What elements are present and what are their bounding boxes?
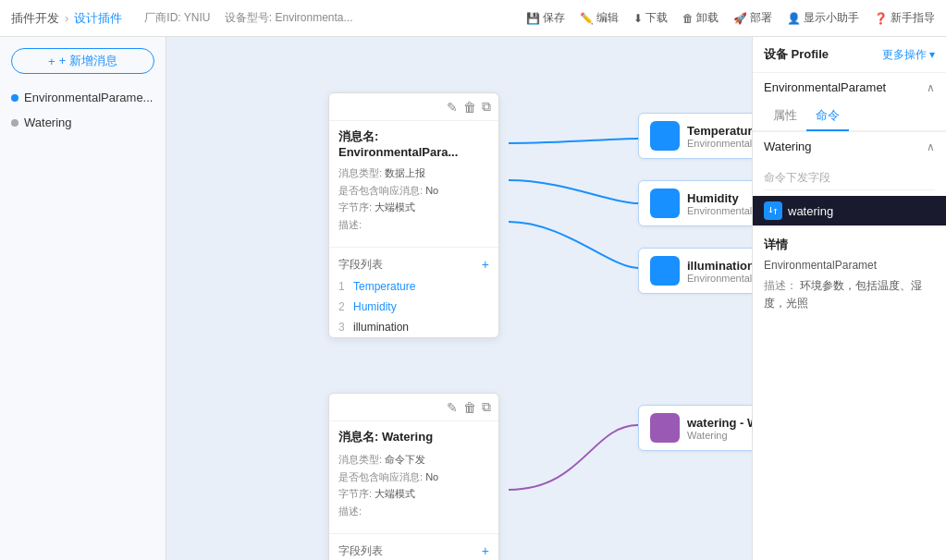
humidity-node-title: Humidity <box>687 191 752 205</box>
humidity-node-content: Humidity EnvironmentalParamet <box>687 191 752 216</box>
section1-title: EnvironmentalParamet <box>764 80 886 94</box>
breadcrumb-plugin-dev[interactable]: 插件开发 <box>11 10 59 27</box>
right-panel-header: 设备 Profile 更多操作 ▾ <box>753 37 946 73</box>
right-tabs: 属性 命令 <box>753 102 946 131</box>
add-label: + 新增消息 <box>59 53 117 69</box>
illumination-node-subtitle: EnvironmentalParamet <box>687 273 752 284</box>
card-header: ✎ 🗑 ⧉ <box>329 93 498 121</box>
add-message-button[interactable]: + + 新增消息 <box>11 48 154 74</box>
copy-card-icon[interactable]: ⧉ <box>482 99 491 115</box>
download-button[interactable]: ⬇ 下载 <box>633 10 668 26</box>
detail-title: 详情 <box>764 237 935 253</box>
desc-label-w: 描述: <box>338 505 362 517</box>
edit-watering-icon[interactable]: ✎ <box>447 400 458 415</box>
command-label: watering <box>788 204 833 218</box>
type-label-w: 消息类型: <box>338 454 382 465</box>
field-item-temperature[interactable]: 1 Temperature <box>329 276 498 297</box>
type-label: 消息类型: <box>338 167 382 178</box>
field-item-illumination[interactable]: 3 illumination <box>329 317 498 337</box>
temperature-node-icon <box>650 121 680 151</box>
tab-properties[interactable]: 属性 <box>764 102 806 131</box>
delete-card-icon[interactable]: 🗑 <box>463 100 476 115</box>
subsection-title: 命令下发字段 <box>764 166 935 190</box>
uninstall-icon: 🗑 <box>682 12 694 25</box>
right-section-watering: Watering ∧ 命令下发字段 watering <box>753 132 946 226</box>
edit-icon: ✏️ <box>580 12 594 25</box>
humidity-node[interactable]: Humidity EnvironmentalParamet <box>638 180 752 226</box>
field-list-title-w: 字段列表 <box>338 543 383 559</box>
swap-icon-2 <box>657 195 673 212</box>
assistant-button[interactable]: 👤 显示小助手 <box>787 10 859 26</box>
deploy-button[interactable]: 🚀 部署 <box>733 10 772 26</box>
detail-section: 详情 EnvironmentalParamet 描述： 环境参数，包括温度、湿度… <box>753 226 946 322</box>
temperature-node[interactable]: Temperature EnvironmentalParamet <box>638 113 752 159</box>
edit-card-icon[interactable]: ✎ <box>447 100 458 115</box>
copy-watering-icon[interactable]: ⧉ <box>482 399 491 415</box>
detail-desc: 描述： 环境参数，包括温度、湿度，光照 <box>764 277 935 312</box>
desc-label: 描述: <box>338 219 362 230</box>
sidebar-item-environmental-label: EnvironmentalParame... <box>24 91 153 104</box>
card-info: 消息类型: 数据上报 是否包含响应消息: No 字节序: 大端模式 描述: <box>338 164 489 234</box>
temperature-node-subtitle: EnvironmentalParamet <box>687 138 752 149</box>
add-icon: + <box>48 55 55 68</box>
card-body: 消息名: EnvironmentalPara... 消息类型: 数据上报 是否包… <box>329 121 498 241</box>
section1-header[interactable]: EnvironmentalParamet ∧ <box>753 73 946 102</box>
left-sidebar: + + 新增消息 EnvironmentalParame... Watering <box>0 37 166 560</box>
illumination-node[interactable]: illumination EnvironmentalParamet <box>638 248 752 294</box>
topbar: 插件开发 › 设计插件 厂商ID: YNIU 设备型号: Environment… <box>0 0 946 37</box>
more-actions-button[interactable]: 更多操作 ▾ <box>882 47 935 63</box>
canvas-area: ✎ 🗑 ⧉ 消息名: EnvironmentalPara... 消息类型: 数据… <box>166 37 752 560</box>
field-num: 1 <box>338 280 348 293</box>
vendor-id: 厂商ID: YNIU <box>144 11 210 24</box>
response-value: No <box>425 185 438 196</box>
illumination-node-icon <box>650 256 680 286</box>
edit-button[interactable]: ✏️ 编辑 <box>580 10 619 26</box>
guide-icon: ❓ <box>874 12 888 25</box>
field-num: 2 <box>338 300 348 313</box>
command-swap-icon <box>768 205 779 216</box>
guide-button[interactable]: ❓ 新手指导 <box>874 10 935 26</box>
chevron-up-icon-2: ∧ <box>927 140 935 153</box>
humidity-node-icon <box>650 189 680 218</box>
uninstall-button[interactable]: 🗑 卸载 <box>682 10 719 26</box>
illumination-node-content: illumination EnvironmentalParamet <box>687 259 752 284</box>
add-field-icon-w[interactable]: + <box>482 543 489 558</box>
field-name-humidity: Humidity <box>353 300 397 313</box>
breadcrumb-sep: › <box>65 11 68 25</box>
add-field-icon[interactable]: + <box>482 257 489 272</box>
field-name-temperature: Temperature <box>353 280 415 293</box>
assistant-icon: 👤 <box>787 12 801 25</box>
inactive-dot <box>11 119 18 127</box>
card-body-watering: 消息名: Watering 消息类型: 命令下发 是否包含响应消息: No 字节… <box>329 421 498 528</box>
topbar-meta: 厂商ID: YNIU 设备型号: Environmenta... <box>144 10 363 26</box>
byte-label: 字节序: <box>338 201 372 213</box>
field-item-humidity[interactable]: 2 Humidity <box>329 297 498 317</box>
save-button[interactable]: 💾 保存 <box>526 10 565 26</box>
guide-label: 新手指导 <box>891 10 935 26</box>
section2-header[interactable]: Watering ∧ <box>753 132 946 161</box>
illumination-node-title: illumination <box>687 259 752 273</box>
watering-node[interactable]: watering - Watering Watering <box>638 405 752 451</box>
type-value: 数据上报 <box>385 167 425 178</box>
type-value-w: 命令下发 <box>385 454 425 465</box>
command-item-watering[interactable]: watering <box>753 196 946 225</box>
tab-commands[interactable]: 命令 <box>806 102 849 131</box>
save-icon: 💾 <box>526 12 540 25</box>
temperature-node-content: Temperature EnvironmentalParamet <box>687 124 752 149</box>
watering-node-icon <box>650 413 680 443</box>
watering-message-card: ✎ 🗑 ⧉ 消息名: Watering 消息类型: 命令下发 是否包含响应消息:… <box>328 393 499 560</box>
response-label: 是否包含响应消息: <box>338 185 423 196</box>
sidebar-item-watering-label: Watering <box>24 116 72 129</box>
right-section-environmental: EnvironmentalParamet ∧ 属性 命令 <box>753 73 946 132</box>
sidebar-item-environmental[interactable]: EnvironmentalParame... <box>0 85 166 110</box>
download-icon: ⬇ <box>633 12 643 25</box>
field-list-header: 字段列表 + <box>329 253 498 276</box>
byte-value-w: 大端模式 <box>375 488 415 499</box>
swap-icon-4 <box>657 420 673 436</box>
delete-watering-icon[interactable]: 🗑 <box>463 400 476 415</box>
save-label: 保存 <box>543 10 565 26</box>
field-num: 3 <box>338 321 348 334</box>
sidebar-item-watering[interactable]: Watering <box>0 110 166 135</box>
watering-node-title: watering - Watering <box>687 416 752 430</box>
right-subsection: 命令下发字段 <box>753 161 946 196</box>
